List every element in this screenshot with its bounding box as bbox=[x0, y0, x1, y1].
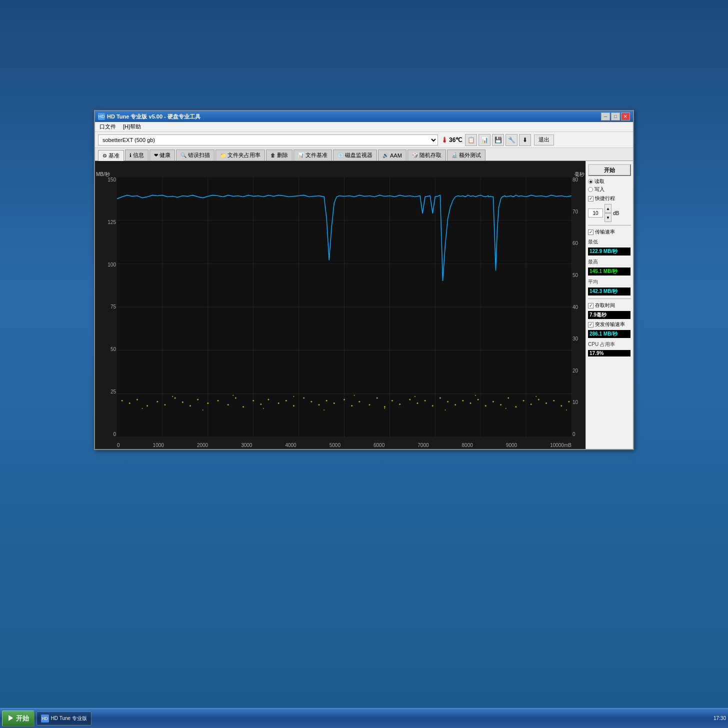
menu-file[interactable]: 口文件 bbox=[98, 122, 118, 131]
burst-input[interactable] bbox=[588, 208, 603, 218]
maximize-button[interactable]: □ bbox=[611, 112, 620, 120]
disk-monitor-tab-label: 磁盘监视器 bbox=[345, 152, 372, 159]
tab-delete[interactable]: 🗑 删除 bbox=[266, 150, 292, 160]
transfer-rate-checkbox[interactable]: ✓ bbox=[588, 230, 594, 235]
burst-checkbox-label: 快捷行程 bbox=[595, 195, 615, 202]
main-area: MB/秒 毫秒 150 125 100 75 50 25 0 80 70 60 bbox=[95, 161, 633, 449]
svg-point-83 bbox=[414, 396, 416, 397]
tab-aam[interactable]: 🔊 AAM bbox=[378, 150, 406, 160]
svg-point-25 bbox=[182, 402, 184, 403]
svg-point-49 bbox=[384, 406, 386, 408]
svg-point-39 bbox=[303, 397, 304, 398]
systray: 17:30 bbox=[714, 716, 726, 721]
error-scan-tab-label: 错误扫描 bbox=[188, 152, 210, 159]
read-radio[interactable] bbox=[588, 179, 593, 184]
svg-point-27 bbox=[197, 399, 198, 400]
random-access-tab-label: 随机存取 bbox=[420, 152, 442, 159]
taskbar-hdtune-label: HD Tune 专业版 bbox=[51, 715, 87, 722]
burst-rate-checkbox[interactable]: ✓ bbox=[588, 322, 594, 328]
tab-health[interactable]: ❤ 健康 bbox=[150, 150, 175, 160]
start-button[interactable]: 开始 bbox=[588, 164, 631, 176]
svg-point-19 bbox=[129, 402, 130, 404]
write-radio[interactable] bbox=[588, 187, 593, 192]
drive-select[interactable]: sobetterEXT (500 gb) bbox=[98, 134, 438, 146]
svg-point-77 bbox=[232, 395, 234, 396]
min-stat-label: 最低 bbox=[588, 238, 631, 246]
svg-point-54 bbox=[424, 400, 426, 402]
tab-info[interactable]: ℹ 信息 bbox=[125, 150, 148, 160]
folder-usage-tab-icon: 📁 bbox=[220, 152, 226, 158]
thermometer-icon: 🌡 bbox=[441, 136, 448, 144]
svg-point-43 bbox=[334, 402, 335, 404]
svg-point-87 bbox=[536, 396, 536, 397]
y-label-25: 25 bbox=[110, 389, 116, 394]
access-time-checkbox-item[interactable]: ✓ 存取时间 bbox=[588, 302, 631, 309]
read-radio-item[interactable]: 读取 bbox=[588, 178, 631, 185]
svg-point-84 bbox=[444, 410, 446, 410]
access-time-checkbox[interactable]: ✓ bbox=[588, 303, 594, 308]
health-tab-label: 健康 bbox=[160, 152, 170, 159]
icon-btn-1[interactable]: 📋 bbox=[465, 134, 477, 146]
burst-spin-down[interactable]: ▼ bbox=[604, 213, 612, 222]
avg-stat-label: 平均 bbox=[588, 278, 631, 286]
transfer-rate-checkbox-item[interactable]: ✓ 传输速率 bbox=[588, 228, 631, 236]
tab-folder-usage[interactable]: 📁 文件夹占用率 bbox=[216, 150, 265, 160]
svg-point-65 bbox=[508, 397, 509, 398]
write-label: 写入 bbox=[594, 186, 604, 193]
start-menu-button[interactable]: ▶ 开始 bbox=[2, 710, 34, 726]
temperature-display: 🌡 36℃ bbox=[441, 136, 462, 144]
info-tab-label: 信息 bbox=[133, 152, 144, 159]
svg-point-24 bbox=[174, 397, 176, 398]
taskbar-item-hdtune[interactable]: HD HD Tune 专业版 bbox=[36, 712, 92, 726]
svg-point-31 bbox=[235, 397, 236, 398]
menu-bar: 口文件 [H]帮助 bbox=[95, 122, 633, 132]
avg-stat-value: 142.3 MB/秒 bbox=[588, 288, 630, 296]
svg-point-50 bbox=[392, 400, 393, 402]
exit-button[interactable]: 退出 bbox=[534, 134, 554, 146]
max-stat-value: 145.1 MB/秒 bbox=[588, 268, 630, 276]
y-axis-right: 80 70 60 50 40 30 20 10 0 bbox=[572, 177, 586, 437]
svg-point-36 bbox=[278, 402, 280, 404]
taskbar-hdtune-icon: HD bbox=[41, 714, 49, 722]
icon-btn-4[interactable]: 🔧 bbox=[506, 134, 518, 146]
tab-error-scan[interactable]: 🔍 错误扫描 bbox=[176, 150, 214, 160]
toolbar: sobetterEXT (500 gb) 🌡 36℃ 📋 📊 💾 🔧 ⬇ 退出 bbox=[95, 132, 633, 148]
menu-help[interactable]: [H]帮助 bbox=[122, 122, 142, 131]
tab-file-benchmark[interactable]: 📊 文件基准 bbox=[294, 150, 332, 160]
svg-point-62 bbox=[485, 405, 486, 406]
icon-btn-2[interactable]: 📊 bbox=[478, 134, 490, 146]
tab-disk-monitor[interactable]: 💿 磁盘监视器 bbox=[333, 150, 377, 160]
svg-point-80 bbox=[324, 410, 324, 410]
y-label-50: 50 bbox=[110, 346, 116, 352]
tab-extra-test[interactable]: 🔬 额外测试 bbox=[447, 150, 486, 160]
svg-point-66 bbox=[515, 406, 516, 408]
svg-point-48 bbox=[376, 397, 378, 398]
svg-point-26 bbox=[190, 405, 191, 406]
chart-area: MB/秒 毫秒 150 125 100 75 50 25 0 80 70 60 bbox=[95, 161, 586, 449]
icon-btn-5[interactable]: ⬇ bbox=[519, 134, 531, 146]
write-radio-item[interactable]: 写入 bbox=[588, 186, 631, 193]
burst-spin-up[interactable]: ▲ bbox=[604, 204, 612, 213]
svg-point-44 bbox=[344, 399, 345, 400]
minimize-button[interactable]: ─ bbox=[601, 112, 610, 120]
tab-random-access[interactable]: 🎲 随机存取 bbox=[408, 150, 446, 160]
x-label-3000: 3000 bbox=[241, 442, 252, 448]
svg-point-55 bbox=[432, 405, 434, 406]
close-button[interactable]: ✕ bbox=[621, 112, 630, 120]
divider-1 bbox=[588, 225, 631, 226]
svg-point-23 bbox=[164, 404, 166, 406]
burst-rate-checkbox-item[interactable]: ✓ 突发传输速率 bbox=[588, 321, 631, 328]
svg-point-70 bbox=[546, 402, 547, 404]
svg-point-18 bbox=[122, 400, 123, 402]
svg-point-30 bbox=[228, 404, 229, 406]
desktop: HD HD Tune 专业版 v5.00 - 硬盘专业工具 ─ □ ✕ 口文件 … bbox=[0, 0, 728, 728]
y-axis-left: 150 125 100 75 50 25 0 bbox=[96, 177, 116, 437]
burst-checkbox[interactable]: ✓ bbox=[588, 196, 594, 202]
burst-checkbox-item[interactable]: ✓ 快捷行程 bbox=[588, 195, 631, 202]
main-window: HD HD Tune 专业版 v5.00 - 硬盘专业工具 ─ □ ✕ 口文件 … bbox=[94, 110, 634, 450]
random-access-tab-icon: 🎲 bbox=[412, 152, 418, 158]
tab-benchmark[interactable]: ⚙ 基准 bbox=[98, 150, 124, 161]
icon-btn-3[interactable]: 💾 bbox=[492, 134, 504, 146]
x-label-2000: 2000 bbox=[197, 442, 208, 448]
read-label: 读取 bbox=[594, 178, 604, 185]
